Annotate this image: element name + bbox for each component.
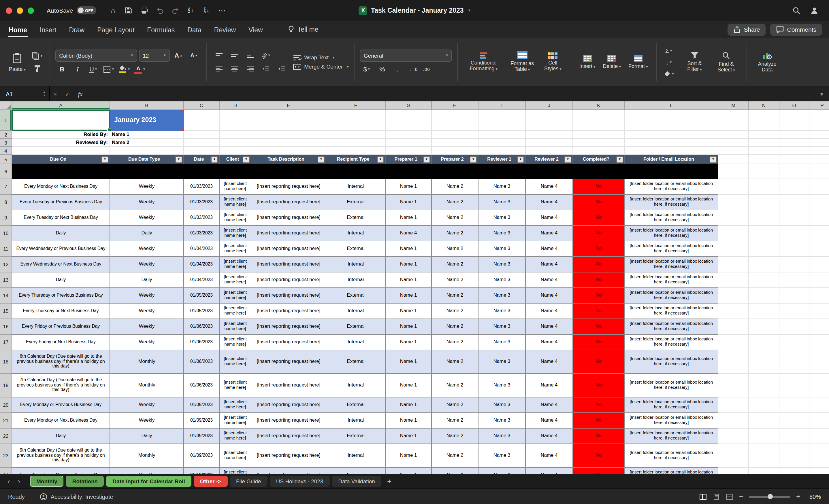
column-header-N[interactable]: N [749,102,780,110]
cell-E23[interactable]: [Insert reporting request here] [251,444,326,468]
cell-A16[interactable]: Every Friday or Previous Business Day [12,319,110,335]
filter-button[interactable]: ▼ [102,156,108,163]
cell-F15[interactable]: Internal [326,304,386,319]
zoom-level[interactable]: 80% [806,493,821,500]
table-header-completed[interactable]: Completed?▼ [573,155,625,164]
cell-H3[interactable] [432,139,478,147]
font-color-button[interactable]: A ▾ [133,64,147,75]
cell-L2[interactable] [625,131,718,139]
cell-L23[interactable]: [Insert folder location or email inbox l… [625,444,718,468]
cell-P4[interactable] [809,147,829,155]
cell-M15[interactable] [718,304,749,319]
wrap-text-button[interactable]: Wrap Text ▾ [293,54,349,61]
ribbon-tab-formulas[interactable]: Formulas [146,22,175,37]
cell-I14[interactable]: Name 3 [478,288,526,304]
row-header-13[interactable]: 13 [0,272,12,288]
cell-P11[interactable] [809,241,829,257]
analyze-data-button[interactable]: Analyze Data [752,49,782,74]
cell-A4[interactable] [12,147,110,155]
cell-L16[interactable]: [Insert folder location or email inbox l… [625,319,718,335]
ribbon-tab-insert[interactable]: Insert [39,22,57,37]
cell-H9[interactable]: Name 2 [432,210,478,226]
column-header-H[interactable]: H [432,102,478,110]
insert-cells-button[interactable]: Insert▾ [576,53,599,71]
row-header-2[interactable]: 2 [0,131,12,139]
cell-C17[interactable]: 01/06/2023 [184,335,220,350]
comments-button[interactable]: Comments [770,23,822,35]
cell-J13[interactable]: Name 4 [526,272,573,288]
cell-C16[interactable]: 01/06/2023 [184,319,220,335]
cell-I11[interactable]: Name 3 [478,241,526,257]
add-sheet-button[interactable]: + [387,477,391,486]
cell-H23[interactable]: Name 2 [432,444,478,468]
name-box-spinner[interactable]: ▲▼ [43,91,45,97]
column-header-K[interactable]: K [573,102,625,110]
cell-B2[interactable]: Name 1 [110,131,184,139]
column-header-E[interactable]: E [251,102,326,110]
cell-I19[interactable]: Name 3 [478,374,526,397]
cell-B21[interactable]: Weekly [110,413,184,429]
next-sheet-icon[interactable]: › [15,477,23,486]
expand-formula-bar-icon[interactable]: ▾ [820,91,823,97]
cell-J2[interactable] [526,131,573,139]
cell-J23[interactable]: Name 4 [526,444,573,468]
cell-G3[interactable] [386,139,432,147]
cell-B16[interactable]: Weekly [110,319,184,335]
account-icon[interactable] [808,4,821,17]
cell-P22[interactable] [809,429,829,444]
cell-A7[interactable]: Every Monday or Next Business Day [12,179,110,195]
cell-L11[interactable]: [Insert folder location or email inbox l… [625,241,718,257]
cell-O14[interactable] [780,288,809,304]
cell-J11[interactable]: Name 4 [526,241,573,257]
row-header-10[interactable]: 10 [0,226,12,241]
page-layout-view-button[interactable] [713,493,720,500]
filter-button[interactable]: ▼ [616,156,623,163]
cell-G17[interactable]: Name 1 [386,335,432,350]
cell-F21[interactable]: Internal [326,413,386,429]
cell-I1[interactable] [478,110,526,131]
cell-D23[interactable]: [Insert client name here] [220,444,251,468]
print-icon[interactable] [138,4,151,17]
cell-H1[interactable] [432,110,478,131]
underline-button[interactable]: U▾ [86,64,100,75]
cell-B19[interactable]: Monthly [110,374,184,397]
cell-C19[interactable]: 01/06/2023 [184,374,220,397]
cell-D7[interactable]: [Insert client name here] [220,179,251,195]
cell-G4[interactable] [386,147,432,155]
cell-A12[interactable]: Every Wednesday or Next Business Day [12,257,110,272]
autosum-button[interactable]: Σ▾ [661,45,675,56]
cell-N7[interactable] [749,179,780,195]
cell-K18[interactable]: No [573,350,625,374]
increase-decimal-button[interactable]: ←.0 [406,64,420,75]
cell-M16[interactable] [718,319,749,335]
cell-F11[interactable]: External [326,241,386,257]
ribbon-tab-home[interactable]: Home [8,22,28,37]
cell-P6[interactable] [809,164,829,179]
merge-center-button[interactable]: Merge & Center ▾ [293,63,349,70]
confirm-entry-icon[interactable]: ✓ [65,91,70,97]
cell-N18[interactable] [749,350,780,374]
filter-button[interactable]: ▼ [377,156,384,163]
cell-D18[interactable]: [Insert client name here] [220,350,251,374]
borders-button[interactable]: ▾ [102,64,116,75]
cell-A8[interactable]: Every Tuesday or Previous Business Day [12,195,110,210]
cell-E11[interactable]: [Insert reporting request here] [251,241,326,257]
row-header-16[interactable]: 16 [0,319,12,335]
cell-E4[interactable] [251,147,326,155]
cell-D21[interactable]: [Insert client name here] [220,413,251,429]
align-left-button[interactable] [212,63,226,74]
cell-H15[interactable]: Name 2 [432,304,478,319]
cell-B20[interactable]: Weekly [110,397,184,413]
cell-M4[interactable] [718,147,749,155]
cell-B10[interactable]: Daily [110,226,184,241]
cell-J17[interactable]: Name 4 [526,335,573,350]
cell-E13[interactable]: [Insert reporting request here] [251,272,326,288]
cell-K15[interactable]: No [573,304,625,319]
table-header-due-date-type[interactable]: Due Date Type▼ [110,155,184,164]
cell-C12[interactable]: 01/04/2023 [184,257,220,272]
cell-B12[interactable]: Weekly [110,257,184,272]
cell-E10[interactable]: [Insert reporting request here] [251,226,326,241]
table-header-reviewer-1[interactable]: Reviewer 1▼ [478,155,526,164]
cell-B17[interactable]: Weekly [110,335,184,350]
cell-M8[interactable] [718,195,749,210]
